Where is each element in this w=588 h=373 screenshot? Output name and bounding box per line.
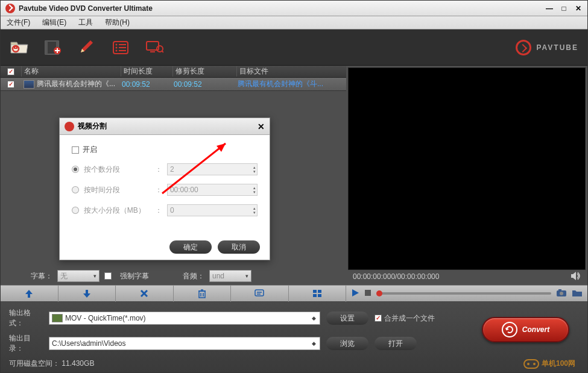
audio-dropdown[interactable]: und — [209, 270, 251, 282]
row-thumbnail — [24, 80, 34, 89]
count-spinner[interactable]: 2 — [167, 163, 258, 175]
list-icon — [112, 40, 129, 55]
move-down-button[interactable] — [58, 285, 116, 302]
svg-rect-22 — [365, 290, 371, 296]
header-duration[interactable]: 时间长度 — [121, 66, 172, 77]
move-up-button[interactable] — [1, 285, 58, 302]
filmstrip-add-icon — [44, 40, 62, 55]
main-area: 名称 时间长度 修剪长度 目标文件 腾讯最有机会封神的《... 00:09:52… — [1, 66, 587, 285]
menu-help[interactable]: 帮助(H) — [105, 17, 130, 28]
disk-space-value: 11.430GB — [62, 359, 94, 368]
size-spinner[interactable]: 0 — [167, 204, 258, 216]
maximize-button[interactable]: □ — [560, 4, 568, 13]
svg-rect-19 — [318, 290, 321, 293]
svg-point-24 — [560, 292, 563, 295]
pencil-icon — [78, 39, 95, 56]
brand-logo: PAVTUBE — [516, 40, 578, 55]
row-duration: 00:09:52 — [119, 80, 171, 89]
open-button[interactable]: 打开 — [375, 337, 417, 350]
brand-text: PAVTUBE — [536, 43, 578, 52]
open-folder-button[interactable] — [10, 38, 29, 57]
menubar: 文件(F) 编辑(E) 工具 帮助(H) — [1, 16, 587, 30]
stop-button[interactable] — [364, 289, 371, 298]
info-button[interactable] — [231, 285, 289, 302]
volume-icon[interactable] — [570, 271, 581, 283]
svg-rect-25 — [558, 289, 561, 291]
menu-edit[interactable]: 编辑(E) — [42, 17, 66, 28]
by-time-label: 按时间分段 — [84, 185, 155, 195]
by-count-radio[interactable] — [72, 166, 79, 173]
dialog-close-button[interactable]: ✕ — [258, 122, 265, 131]
subtitle-dropdown[interactable]: 无 — [57, 270, 100, 282]
header-target[interactable]: 目标文件 — [236, 66, 346, 77]
time-text: 00:00:00:000/00:00:00:000 — [353, 272, 439, 281]
menu-tool[interactable]: 工具 — [78, 17, 93, 28]
svg-rect-10 — [119, 47, 126, 48]
svg-point-7 — [116, 43, 118, 45]
list-button[interactable] — [111, 38, 130, 57]
svg-rect-14 — [150, 51, 155, 52]
app-icon — [5, 4, 15, 13]
watermark: 单机100网 — [523, 359, 575, 369]
browse-button[interactable]: 浏览 — [326, 337, 368, 350]
brand-icon — [516, 40, 531, 55]
delete-button[interactable] — [174, 285, 232, 302]
grid-button[interactable] — [289, 285, 347, 302]
svg-rect-12 — [119, 50, 126, 51]
seek-slider[interactable] — [376, 292, 551, 295]
header-trim[interactable]: 修剪长度 — [172, 66, 236, 77]
enable-label: 开启 — [83, 145, 97, 155]
dialog-title: 视频分割 — [78, 121, 107, 131]
convert-icon — [502, 322, 517, 337]
svg-rect-3 — [45, 41, 48, 54]
row-target: 腾讯最有机会封神的《斗... — [235, 79, 346, 89]
row-trim: 00:09:52 — [171, 80, 235, 89]
titlebar[interactable]: Pavtube Video DVD Converter Ultimate — □… — [1, 1, 587, 16]
menu-file[interactable]: 文件(F) — [7, 17, 30, 28]
by-time-radio[interactable] — [72, 186, 79, 193]
edit-button[interactable] — [77, 38, 96, 57]
time-display: 00:00:00:000/00:00:00:000 — [348, 270, 586, 283]
close-button[interactable]: ✕ — [574, 4, 583, 13]
table-row[interactable]: 腾讯最有机会封神的《... 00:09:52 00:09:52 腾讯最有机会封神… — [1, 78, 346, 91]
action-bar — [1, 285, 587, 302]
play-button[interactable] — [351, 289, 359, 299]
dialog-titlebar[interactable]: 视频分割 ✕ — [60, 118, 270, 135]
svg-rect-18 — [313, 290, 317, 293]
enable-checkbox[interactable] — [72, 146, 79, 154]
file-list-panel: 名称 时间长度 修剪长度 目标文件 腾讯最有机会封神的《... 00:09:52… — [1, 66, 346, 285]
format-dropdown[interactable]: MOV - QuickTime(*.mov) — [49, 312, 320, 325]
minimize-button[interactable]: — — [545, 4, 554, 13]
watermark-text: 单机100网 — [542, 359, 575, 369]
select-all-checkbox[interactable] — [7, 68, 14, 75]
ok-button[interactable]: 确定 — [169, 240, 212, 254]
list-header: 名称 时间长度 修剪长度 目标文件 — [1, 66, 346, 78]
format-icon — [52, 314, 63, 322]
cancel-button[interactable]: 取消 — [218, 240, 260, 254]
subtitle-bar: 字幕： 无 强制字幕 音频： und — [1, 267, 346, 285]
svg-rect-17 — [255, 290, 264, 296]
forced-sub-checkbox[interactable] — [104, 272, 112, 280]
video-preview[interactable] — [348, 67, 586, 270]
header-name[interactable]: 名称 — [21, 66, 121, 77]
screen-button[interactable] — [145, 38, 164, 57]
output-folder-button[interactable] — [572, 289, 583, 299]
row-name: 腾讯最有机会封神的《... — [37, 79, 119, 89]
output-dir-label: 输出目录： — [9, 333, 43, 354]
add-video-button[interactable] — [43, 38, 63, 57]
folder-icon — [10, 40, 29, 55]
by-size-label: 按大小分段（MB） — [84, 205, 155, 216]
svg-rect-8 — [119, 44, 126, 45]
remove-button[interactable] — [116, 285, 174, 302]
by-size-radio[interactable] — [72, 207, 79, 214]
row-checkbox[interactable] — [7, 81, 14, 88]
settings-button[interactable]: 设置 — [326, 312, 368, 325]
merge-checkbox[interactable] — [375, 315, 382, 322]
convert-button[interactable]: Convert — [482, 317, 569, 342]
time-spinner[interactable]: 00:00:00 — [167, 184, 258, 196]
svg-point-9 — [116, 46, 118, 48]
preview-panel: 00:00:00:000/00:00:00:000 — [346, 66, 587, 285]
output-dir-input[interactable]: C:\Users\admin\Videos — [49, 337, 320, 350]
toolbar: PAVTUBE — [1, 30, 587, 66]
snapshot-button[interactable] — [556, 289, 567, 299]
